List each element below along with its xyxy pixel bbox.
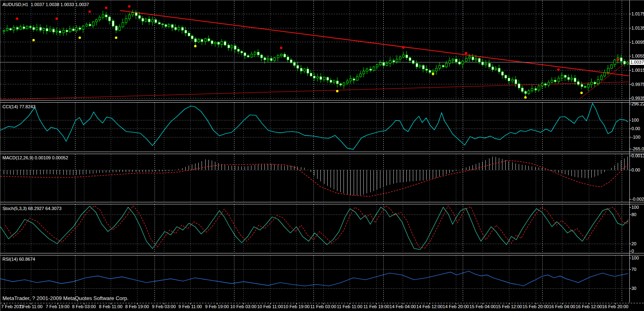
candle-body [535,89,537,90]
red-signal-dot [280,47,282,49]
candle-body [46,28,48,31]
candle-body [482,62,484,65]
yellow-signal-dot [32,39,35,41]
red-signal-dot [557,69,560,71]
price-axis-label: 1.0095 [631,40,644,45]
candle-body [30,26,32,28]
candle-body [122,23,124,27]
candle-body [498,68,500,72]
candle-body [426,69,428,71]
yellow-signal-dot [194,45,197,47]
candle-body [152,20,154,22]
candle-body [244,53,246,56]
price-axis-label: 70 [631,267,636,272]
candle-body [82,26,84,29]
price-axis-label: 20 [631,241,636,246]
candle-body [224,42,226,45]
stoch-indicator-label: Stoch(5,3,3) 68.2927 64.3073 [2,206,62,211]
candle-body [317,77,319,78]
candle-body [432,71,434,73]
time-axis-label: 9 Feb 03:00 [152,304,176,309]
candle-body [469,57,471,59]
candle-body [135,13,137,15]
candle-body [218,42,220,44]
time-axis-label: 9 Feb 11:00 [178,304,202,309]
candle-body [201,39,203,41]
trendline-long-support [0,82,629,100]
candle-body [399,57,401,59]
candle-body [294,63,296,66]
candle-body [119,27,121,30]
price-axis-label: 100 [631,118,639,122]
price-axis-label: 296.2296 [631,101,644,106]
candle-body [20,27,22,29]
candle-body [340,84,342,86]
candle-body [403,55,405,57]
candle-body [508,78,510,81]
candle-body [330,80,332,82]
candle-body [191,36,193,39]
candle-body [261,55,263,58]
candle-body [611,65,613,69]
candle-body [472,57,474,60]
candle-body [66,30,68,32]
candle-body [416,63,418,67]
trendline-steep-ascending [580,60,629,99]
candle-body [412,60,414,63]
candle-body [198,39,200,42]
candle-body [284,54,286,57]
candle-body [155,20,157,23]
trendline-descending-resistance [120,11,629,76]
candle-body [475,58,477,60]
candle-body [125,19,127,23]
candle-body [337,81,339,84]
candle-body [528,91,530,94]
candle-body [459,62,461,64]
candle-body [565,75,567,77]
candle-body [597,79,599,84]
candle-body [43,28,45,30]
cci-indicator-label: CCI(14) 77.8243 [2,104,35,109]
candle-body [419,65,421,67]
yellow-signal-dot [336,90,339,92]
candle-body [69,29,71,32]
candle-body [320,77,322,79]
candle-body [148,19,150,22]
candle-body [175,28,177,30]
price-axis-label: -265.0173 [631,146,644,151]
candle-body [548,82,550,85]
candle-body [86,24,88,26]
candle-body [409,58,411,60]
candle-body [366,69,368,71]
macd-signal-line [0,161,628,197]
candle-body [105,15,107,17]
price-axis-label: 0.9935 [631,96,644,101]
candle-body [479,58,481,62]
candle-body [221,42,223,45]
candle-body [129,15,131,19]
candle-body [17,28,19,29]
candle-body [356,77,358,80]
candle-body [393,60,395,62]
time-axis-label: 9 Feb 19:00 [205,304,229,309]
price-axis-label: 1.0175 [631,11,644,16]
candle-body [36,28,38,30]
candle-body [301,68,303,71]
price-axis-label: 1.0135 [631,26,644,30]
candle-body [211,41,213,44]
macd-indicator-label: MACD(12,26,9) 0.00109 0.00052 [2,155,68,160]
price-axis-label: 1.0015 [631,68,644,73]
candle-body [554,80,556,82]
candle-body [234,46,236,49]
candle-body [241,51,243,53]
candle-body [3,30,5,32]
chart-canvas[interactable] [0,0,644,311]
candle-body [373,67,375,71]
candle-body [396,59,398,62]
candle-body [584,86,586,87]
candle-body [116,26,118,30]
candle-body [551,80,553,82]
candle-body [545,84,547,86]
candle-body [168,25,170,26]
time-axis-label: 11 Feb 11:00 [337,304,362,309]
